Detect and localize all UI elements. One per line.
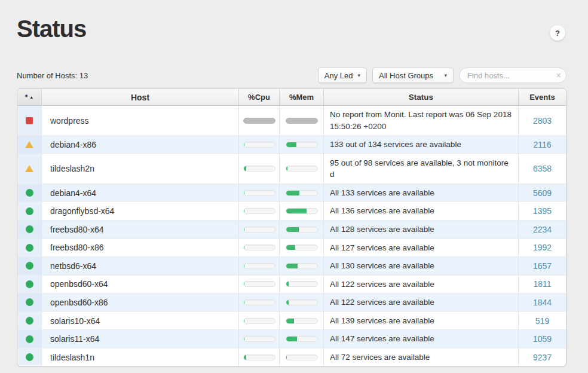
- host-name: solaris10-x64: [41, 312, 238, 330]
- mem-usage-bar: [286, 318, 318, 324]
- status-text: All 72 services are available: [323, 348, 518, 366]
- green-led-icon: [26, 244, 33, 252]
- host-name: wordpress: [41, 106, 238, 135]
- green-led-icon: [26, 280, 33, 288]
- help-button[interactable]: ?: [550, 25, 565, 41]
- filters: Any Led ▾ All Host Groups ▾ ×: [318, 68, 566, 83]
- table-row[interactable]: wordpress No report from Monit. Last rep…: [17, 106, 566, 136]
- search-container: ×: [459, 68, 566, 83]
- table-row[interactable]: openbsd60-x64 All 122 services are avail…: [17, 276, 566, 294]
- header-mem[interactable]: %Mem: [279, 89, 323, 105]
- search-input[interactable]: [459, 68, 566, 83]
- table-row[interactable]: solaris10-x64 All 139 services are avail…: [17, 312, 566, 331]
- table-row[interactable]: freebsd80-x64 All 128 services are avail…: [17, 221, 566, 239]
- status-text: All 127 services are available: [323, 239, 518, 257]
- led-filter-dropdown[interactable]: Any Led ▾: [318, 68, 367, 83]
- status-text: All 122 services are available: [323, 293, 518, 311]
- help-icon: ?: [555, 29, 560, 38]
- events-count-link[interactable]: 1059: [533, 334, 552, 344]
- clear-search-icon[interactable]: ×: [556, 71, 561, 80]
- events-count-link[interactable]: 1395: [533, 206, 552, 216]
- led-filter-label: Any Led: [324, 71, 353, 80]
- status-text: All 128 services are available: [323, 221, 518, 239]
- mem-usage-bar: [286, 190, 318, 196]
- mem-usage-bar: [286, 299, 318, 305]
- green-led-icon: [26, 335, 33, 343]
- mem-usage-bar: [286, 118, 318, 124]
- hosts-count-label: Number of Hosts: 13: [17, 71, 88, 83]
- green-led-icon: [26, 317, 33, 325]
- mem-usage-bar: [286, 336, 318, 342]
- table-row[interactable]: netbsd6-x64 All 130 services are availab…: [17, 257, 566, 276]
- events-count-link[interactable]: 519: [535, 316, 549, 326]
- events-count-link[interactable]: 5609: [533, 188, 552, 198]
- events-count-link[interactable]: 2116: [533, 140, 551, 149]
- mem-usage-bar: [286, 142, 318, 148]
- host-groups-dropdown[interactable]: All Host Groups ▾: [372, 68, 454, 83]
- green-led-icon: [26, 298, 33, 306]
- host-name: openbsd60-x64: [41, 276, 238, 293]
- mem-usage-bar: [286, 281, 318, 287]
- mem-usage-bar: [286, 166, 318, 172]
- mem-usage-bar: [286, 263, 318, 269]
- cpu-usage-bar: [243, 354, 275, 360]
- host-table-body: wordpress No report from Monit. Last rep…: [17, 106, 566, 366]
- table-row[interactable]: tildeslash2n 95 out of 98 services are a…: [17, 154, 566, 184]
- host-name: solaris11-x64: [41, 330, 238, 348]
- mem-usage-bar: [286, 244, 318, 250]
- events-count-link[interactable]: 2803: [533, 116, 552, 126]
- host-name: freebsd80-x64: [41, 221, 238, 239]
- mem-usage-bar: [286, 354, 318, 360]
- table-row[interactable]: dragonflybsd-x64 All 136 services are av…: [17, 202, 566, 221]
- table-row[interactable]: tildeslash1n All 72 services are availab…: [17, 348, 566, 366]
- table-row[interactable]: debian4-x64 All 133 services are availab…: [17, 184, 566, 203]
- controls-row: Number of Hosts: 13 Any Led ▾ All Host G…: [17, 68, 566, 83]
- host-name: debian4-x86: [41, 136, 238, 154]
- host-name: tildeslash2n: [41, 154, 238, 184]
- events-count-link[interactable]: 6358: [533, 164, 552, 173]
- table-row[interactable]: freebsd80-x86 All 127 services are avail…: [17, 239, 566, 258]
- status-text: All 133 services are available: [323, 184, 518, 202]
- status-text: All 147 services are available: [323, 330, 518, 348]
- yellow-led-icon: [25, 165, 33, 172]
- events-count-link[interactable]: 1844: [533, 298, 552, 307]
- host-name: netbsd6-x64: [41, 257, 238, 275]
- green-led-icon: [26, 353, 33, 361]
- events-count-link[interactable]: 9237: [533, 353, 552, 362]
- host-table: * ▲ Host %Cpu %Mem Status Events wordpre…: [17, 88, 566, 366]
- table-row[interactable]: openbsd60-x86 All 122 services are avail…: [17, 293, 566, 312]
- table-row[interactable]: debian4-x86 133 out of 134 services are …: [17, 136, 566, 154]
- cpu-usage-bar: [243, 263, 275, 269]
- sort-ascending-icon: ▲: [29, 95, 33, 99]
- page-title: Status: [17, 16, 566, 42]
- host-name: debian4-x64: [41, 184, 238, 202]
- header-events[interactable]: Events: [518, 89, 566, 105]
- green-led-icon: [26, 189, 33, 197]
- events-count-link[interactable]: 1992: [533, 243, 552, 252]
- header-cpu[interactable]: %Cpu: [238, 89, 279, 105]
- table-row[interactable]: solaris11-x64 All 147 services are avail…: [17, 330, 566, 348]
- host-name: dragonflybsd-x64: [41, 202, 238, 220]
- cpu-usage-bar: [243, 118, 275, 124]
- mem-usage-bar: [286, 227, 318, 233]
- events-count-link[interactable]: 1811: [533, 279, 551, 289]
- status-text: No report from Monit. Last report was 06…: [323, 106, 518, 135]
- green-led-icon: [26, 262, 33, 270]
- cpu-usage-bar: [243, 190, 275, 196]
- table-header-row: * ▲ Host %Cpu %Mem Status Events: [17, 89, 566, 106]
- events-count-link[interactable]: 2234: [533, 225, 552, 234]
- host-name: openbsd60-x86: [41, 293, 238, 311]
- header-led-sort[interactable]: * ▲: [17, 89, 41, 105]
- cpu-usage-bar: [243, 227, 275, 233]
- cpu-usage-bar: [243, 166, 275, 172]
- cpu-usage-bar: [243, 208, 275, 214]
- header-status[interactable]: Status: [323, 89, 518, 105]
- cpu-usage-bar: [243, 336, 275, 342]
- chevron-down-icon: ▾: [357, 72, 360, 78]
- status-page: Status ? Number of Hosts: 13 Any Led ▾ A…: [0, 0, 588, 366]
- green-led-icon: [26, 207, 33, 215]
- events-count-link[interactable]: 1657: [533, 261, 552, 271]
- host-groups-label: All Host Groups: [379, 71, 433, 80]
- host-name: freebsd80-x86: [41, 239, 238, 257]
- header-host[interactable]: Host: [41, 89, 238, 105]
